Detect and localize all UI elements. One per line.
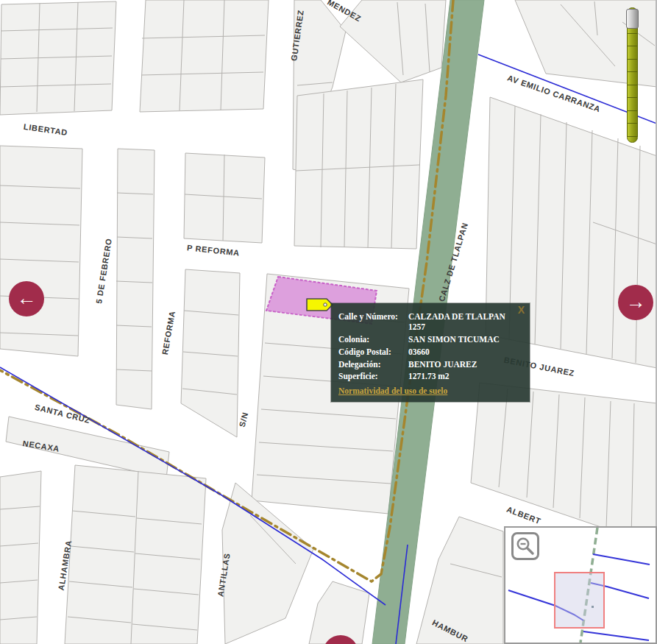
field-label: Delegación: xyxy=(338,359,408,369)
popup-row-delegacion: Delegación: BENITO JUAREZ xyxy=(338,359,522,369)
parcel-block xyxy=(65,465,206,644)
popup-row-superficie: Superficie: 1271.73 m2 xyxy=(338,371,522,381)
field-label: Código Postal: xyxy=(338,347,408,357)
overview-extent-rect[interactable] xyxy=(555,573,604,628)
right-arrow-icon: → xyxy=(626,292,646,312)
normatividad-link[interactable]: Normatividad del uso de suelo xyxy=(338,386,447,395)
field-value: BENITO JUAREZ xyxy=(408,359,522,369)
left-arrow-icon: ← xyxy=(17,289,37,308)
field-label: Colonia: xyxy=(338,334,408,344)
parcel-info-popup: X Calle y Número: CALZADA DE TLALPAN 125… xyxy=(331,303,530,402)
popup-row-colonia: Colonia: SAN SIMON TICUMAC xyxy=(338,334,522,344)
popup-row-codigo-postal: Código Postal: 03660 xyxy=(338,347,522,357)
pan-left-button[interactable]: ← xyxy=(9,281,44,316)
field-label: Calle y Número: xyxy=(338,311,408,333)
parcel-block xyxy=(0,146,82,356)
field-label: Superficie: xyxy=(338,371,408,381)
zoom-slider[interactable] xyxy=(626,6,639,144)
overview-map[interactable] xyxy=(504,526,657,644)
popup-row-calle: Calle y Número: CALZADA DE TLALPAN 1257 xyxy=(338,311,522,333)
selected-parcel-tag-icon[interactable] xyxy=(307,299,333,311)
pan-right-button[interactable]: → xyxy=(618,285,653,320)
field-value: SAN SIMON TICUMAC xyxy=(408,334,522,344)
popup-close-button[interactable]: X xyxy=(518,304,525,316)
field-value: 03660 xyxy=(408,347,522,357)
parcel-block xyxy=(294,79,423,249)
overview-zoom-out-button[interactable] xyxy=(511,532,539,560)
magnifier-minus-icon xyxy=(516,537,535,556)
overview-marker-dot xyxy=(592,606,594,608)
field-value: CALZADA DE TLALPAN 1257 xyxy=(408,311,522,333)
field-value: 1271.73 m2 xyxy=(408,371,522,381)
parcel-block xyxy=(140,0,269,112)
map-viewer: { "map": { "street_labels": [ "MENDEZ", … xyxy=(0,0,657,644)
zoom-slider-handle[interactable] xyxy=(626,9,639,29)
